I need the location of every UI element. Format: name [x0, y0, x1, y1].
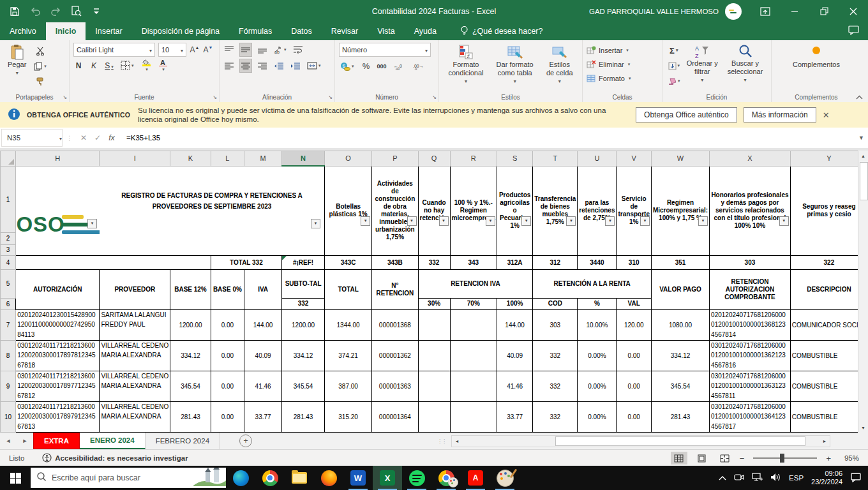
- tab-disposicion[interactable]: Disposición de página: [132, 22, 229, 40]
- table-cell[interactable]: [450, 371, 497, 401]
- clipboard-dialog-launcher[interactable]: ↘: [63, 94, 67, 100]
- table-cell[interactable]: 0201202401230015428900120011000000000274…: [16, 309, 100, 340]
- tab-ayuda[interactable]: Ayuda: [405, 22, 446, 40]
- table-cell[interactable]: 332: [533, 340, 578, 371]
- col-header-P[interactable]: P: [372, 151, 418, 167]
- language-indicator[interactable]: ESP: [789, 474, 804, 482]
- edge-icon[interactable]: [226, 466, 255, 490]
- table-cell[interactable]: 41.46: [244, 371, 282, 401]
- spotify-icon[interactable]: [402, 466, 431, 490]
- tab-inicio[interactable]: Inicio: [46, 22, 86, 40]
- total-332-cell[interactable]: TOTAL 332: [211, 255, 281, 269]
- table-cell[interactable]: [16, 255, 100, 269]
- table-cell[interactable]: 1080.00: [651, 309, 709, 340]
- collapse-ribbon-icon[interactable]: [856, 94, 863, 101]
- zoom-out-icon[interactable]: −: [740, 454, 745, 463]
- decrease-font-icon[interactable]: A▼: [203, 45, 213, 54]
- align-center-icon[interactable]: [239, 59, 252, 73]
- table-cell[interactable]: COMBUSTIBLE: [790, 340, 867, 371]
- row-header-7[interactable]: 7: [1, 309, 16, 340]
- header-100[interactable]: 100%: [497, 298, 532, 309]
- tab-insertar[interactable]: Insertar: [86, 22, 131, 40]
- header-base12[interactable]: BASE 12%: [170, 269, 211, 309]
- table-cell[interactable]: 0.00: [211, 309, 244, 340]
- fill-color-icon[interactable]: [140, 59, 153, 72]
- table-cell[interactable]: [100, 255, 170, 269]
- table-cell[interactable]: 0201202407176812060000120010010000013681…: [710, 309, 791, 340]
- col-header-T[interactable]: T: [533, 151, 578, 167]
- table-cell[interactable]: 144.00: [244, 309, 282, 340]
- table-cell[interactable]: 1344.00: [325, 309, 372, 340]
- copy-icon[interactable]: [33, 60, 48, 73]
- col-header-X[interactable]: X: [710, 151, 791, 167]
- undo-icon[interactable]: [29, 6, 41, 17]
- col-header-Y[interactable]: Y: [790, 151, 867, 167]
- ribbon-display-options-icon[interactable]: [751, 0, 780, 22]
- avatar[interactable]: [725, 3, 742, 20]
- header-retencion-iva[interactable]: RETENCION IVA: [418, 269, 533, 298]
- col-header-H[interactable]: H: [16, 151, 100, 167]
- table-cell[interactable]: 0.00: [617, 371, 651, 401]
- ref-error-cell[interactable]: #¡REF!: [282, 255, 325, 269]
- header-agricolas[interactable]: Productos agricoilas o Pecuarias 1%: [497, 166, 532, 255]
- row-header-10[interactable]: 10: [1, 401, 16, 432]
- italic-button[interactable]: K: [89, 61, 99, 70]
- sort-filter-button[interactable]: AZ Ordenar y filtrar: [682, 43, 724, 87]
- tab-split-handle[interactable]: ⋮⋮: [437, 438, 446, 444]
- table-cell[interactable]: 281.43: [651, 401, 709, 432]
- row-header-8[interactable]: 8: [1, 340, 16, 371]
- filter-dropdown-s[interactable]: [521, 216, 531, 226]
- filter-dropdown-logo[interactable]: [87, 219, 97, 228]
- save-icon[interactable]: [9, 6, 20, 17]
- row-header-2[interactable]: 2: [1, 232, 16, 244]
- restore-button[interactable]: [809, 0, 839, 22]
- table-cell[interactable]: [450, 401, 497, 432]
- table-cell[interactable]: [418, 371, 450, 401]
- table-cell[interactable]: 0301202401171218213600120020030001789781…: [16, 340, 100, 371]
- alignment-dialog-launcher[interactable]: ↘: [328, 94, 333, 100]
- scroll-down-icon[interactable]: ▼: [858, 422, 868, 433]
- wrap-text-icon[interactable]: [292, 43, 304, 56]
- table-cell[interactable]: [418, 401, 450, 432]
- hscroll-left-icon[interactable]: ◄: [452, 439, 462, 443]
- fill-icon[interactable]: [666, 59, 682, 72]
- firefox-icon[interactable]: [314, 466, 343, 490]
- header-honorarios[interactable]: Honorarios profesionales y demás pagos p…: [710, 166, 791, 255]
- align-bottom-icon[interactable]: [257, 43, 268, 56]
- increase-indent-icon[interactable]: [289, 59, 301, 72]
- name-box[interactable]: N35: [1, 129, 63, 147]
- sheet-tab-febrero[interactable]: FEBRERO 2024: [146, 433, 220, 449]
- formula-input[interactable]: =K35+L35: [126, 134, 858, 142]
- addins-button[interactable]: Complementos: [775, 43, 857, 70]
- code-cell-o[interactable]: 343C: [325, 255, 372, 269]
- filter-dropdown-v[interactable]: [640, 216, 650, 226]
- header-sin-retencion[interactable]: Cuando no hay retención: [418, 166, 450, 255]
- filter-dropdown-t[interactable]: [566, 216, 576, 226]
- select-all-corner[interactable]: [1, 151, 16, 167]
- table-cell[interactable]: 281.43: [282, 401, 325, 432]
- print-preview-icon[interactable]: [70, 6, 82, 17]
- zoom-slider[interactable]: [753, 457, 817, 459]
- header-retencion-renta[interactable]: RETENCIÓN A LA RENTA: [533, 269, 652, 298]
- word-icon[interactable]: W: [343, 466, 373, 490]
- code-cell-q[interactable]: 332: [418, 255, 450, 269]
- paint-palette-icon[interactable]: [490, 466, 520, 490]
- table-cell[interactable]: SARITAMA LALANGUI FREDDY PAUL: [100, 309, 170, 340]
- table-cell[interactable]: 000001364: [372, 401, 418, 432]
- font-color-icon[interactable]: A: [158, 59, 168, 72]
- decrease-decimal-icon[interactable]: .00→.0: [412, 60, 425, 73]
- table-cell[interactable]: COMBUSTIBLE: [790, 401, 867, 432]
- table-cell[interactable]: VILLARREAL CEDENO MARIA ALEXANDRA: [100, 371, 170, 401]
- cut-icon[interactable]: [33, 45, 48, 57]
- redo-icon[interactable]: [50, 6, 61, 17]
- header-construccion[interactable]: Actividades de construcción de obra mate…: [372, 166, 418, 255]
- align-left-icon[interactable]: [223, 59, 235, 72]
- hscroll-right-icon[interactable]: ►: [819, 439, 830, 443]
- row-header-9[interactable]: 9: [1, 371, 16, 401]
- table-cell[interactable]: 0.00%: [578, 371, 617, 401]
- accessibility-status[interactable]: Accesibilidad: es necesario investigar: [42, 453, 188, 464]
- vertical-scrollbar[interactable]: ▲ ▼: [858, 151, 868, 433]
- expand-formula-bar-icon[interactable]: ▼: [858, 135, 864, 141]
- code-cell-s[interactable]: 312A: [497, 255, 532, 269]
- table-cell[interactable]: 332: [533, 401, 578, 432]
